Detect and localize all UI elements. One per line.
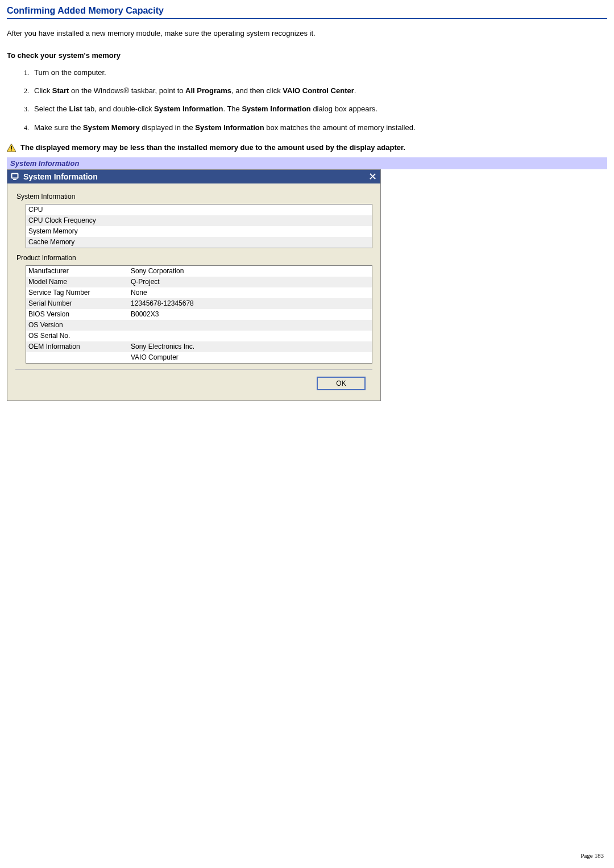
- step-4-text: Make sure the System Memory displayed in…: [31, 123, 607, 133]
- table-row: Service Tag NumberNone: [26, 287, 372, 298]
- warning-row: The displayed memory may be less than th…: [7, 143, 607, 152]
- cell-label: OS Serial No.: [28, 331, 131, 341]
- cell-value: B0002X3: [131, 309, 372, 320]
- dialog-titlebar: System Information ✕: [7, 170, 380, 183]
- close-icon[interactable]: ✕: [368, 173, 377, 181]
- cell-label: OS Version: [28, 320, 131, 331]
- cell-label: Service Tag Number: [28, 287, 131, 298]
- step-3: Select the List tab, and double-click Sy…: [31, 104, 607, 114]
- table-row: OS Serial No.: [26, 331, 372, 341]
- group2-label: Product Information: [16, 254, 372, 262]
- cell-label: Serial Number: [28, 298, 131, 309]
- t: Click: [34, 86, 52, 95]
- monitor-icon: [11, 173, 20, 181]
- t: box matches the amount of memory install…: [264, 123, 416, 132]
- group1-label: System Information: [16, 193, 372, 201]
- cell-value: [131, 331, 372, 341]
- svg-rect-1: [11, 146, 12, 149]
- step-2-text: Click Start on the Windows® taskbar, poi…: [31, 86, 607, 96]
- t: displayed in the: [140, 123, 196, 132]
- cell-value: [131, 215, 372, 226]
- dialog-title: System Information: [23, 172, 98, 181]
- dialog-button-row: OK: [15, 369, 372, 393]
- table-row: Serial Number12345678-12345678: [26, 298, 372, 309]
- t: All Programs: [185, 86, 231, 95]
- cell-value: Sony Electronics Inc.: [131, 341, 372, 352]
- cell-value: 12345678-12345678: [131, 298, 372, 309]
- warning-icon: [7, 144, 16, 152]
- table-row: Model NameQ-Project: [26, 277, 372, 287]
- cell-label: System Memory: [28, 226, 131, 237]
- t: dialog box appears.: [311, 105, 377, 113]
- cell-label: [28, 352, 131, 363]
- figure-caption: System Information: [7, 157, 607, 169]
- t: Select the: [34, 105, 69, 113]
- cell-value: Sony Corporation: [131, 266, 372, 277]
- t: List: [69, 105, 82, 113]
- svg-rect-4: [13, 174, 18, 177]
- cell-label: BIOS Version: [28, 309, 131, 320]
- cell-label: CPU: [28, 205, 131, 215]
- cell-value: None: [131, 287, 372, 298]
- svg-rect-5: [13, 179, 16, 180]
- product-info-box: ManufacturerSony Corporation Model NameQ…: [26, 265, 372, 364]
- t: .: [354, 86, 356, 95]
- svg-rect-2: [11, 149, 12, 151]
- step-1-text: Turn on the computer.: [31, 68, 607, 78]
- cell-value: [131, 226, 372, 237]
- table-row: BIOS VersionB0002X3: [26, 309, 372, 320]
- step-4: Make sure the System Memory displayed in…: [31, 123, 607, 133]
- system-info-box: CPU CPU Clock Frequency System Memory Ca…: [26, 204, 372, 248]
- table-row: ManufacturerSony Corporation: [26, 266, 372, 277]
- t: tab, and double-click: [82, 105, 154, 113]
- t: , and then click: [231, 86, 283, 95]
- table-row: Cache Memory: [26, 237, 372, 248]
- cell-value: [131, 237, 372, 248]
- ok-button[interactable]: OK: [317, 377, 366, 390]
- titlebar-left: System Information: [11, 172, 98, 181]
- dialog-body: System Information CPU CPU Clock Frequen…: [7, 183, 380, 400]
- table-row: CPU: [26, 205, 372, 215]
- t: on the Windows® taskbar, point to: [69, 86, 185, 95]
- steps-list: Turn on the computer. Click Start on the…: [7, 68, 607, 133]
- system-information-dialog: System Information ✕ System Information …: [7, 169, 381, 401]
- cell-label: Model Name: [28, 277, 131, 287]
- table-row: OS Version: [26, 320, 372, 331]
- cell-label: OEM Information: [28, 341, 131, 352]
- table-row: CPU Clock Frequency: [26, 215, 372, 226]
- t: System Memory: [83, 123, 140, 132]
- table-row: OEM InformationSony Electronics Inc.: [26, 341, 372, 352]
- t: System Information: [195, 123, 264, 132]
- table-row: System Memory: [26, 226, 372, 237]
- step-2: Click Start on the Windows® taskbar, poi…: [31, 86, 607, 96]
- cell-value: [131, 205, 372, 215]
- t: System Information: [242, 105, 310, 113]
- cell-value: VAIO Computer: [131, 352, 372, 363]
- t: Make sure the: [34, 123, 83, 132]
- step-3-text: Select the List tab, and double-click Sy…: [31, 104, 607, 114]
- sub-heading: To check your system's memory: [7, 51, 607, 60]
- cell-value: [131, 320, 372, 331]
- step-1: Turn on the computer.: [31, 68, 607, 78]
- cell-label: CPU Clock Frequency: [28, 215, 131, 226]
- warning-text: The displayed memory may be less than th…: [20, 143, 405, 152]
- cell-value: Q-Project: [131, 277, 372, 287]
- table-row: VAIO Computer: [26, 352, 372, 363]
- t: . The: [223, 105, 242, 113]
- t: Start: [52, 86, 69, 95]
- t: VAIO Control Center: [283, 86, 354, 95]
- t: System Information: [154, 105, 223, 113]
- intro-paragraph: After you have installed a new memory mo…: [7, 29, 607, 37]
- cell-label: Cache Memory: [28, 237, 131, 248]
- section-title: Confirming Added Memory Capacity: [7, 6, 607, 19]
- cell-label: Manufacturer: [28, 266, 131, 277]
